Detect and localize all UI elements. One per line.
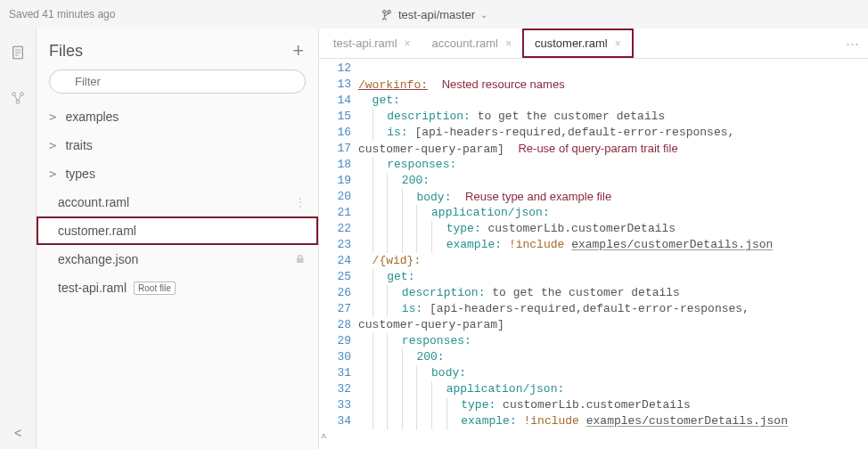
close-icon[interactable]: × bbox=[405, 37, 411, 50]
tab-customer[interactable]: customer.raml× bbox=[522, 29, 634, 58]
git-branch-icon bbox=[381, 8, 393, 20]
tab-overflow-icon[interactable]: ⋯ bbox=[846, 36, 861, 52]
line-gutter: 1213141516171819202122232425262728293031… bbox=[319, 59, 358, 449]
editor-pane: test-api.raml× account.raml× customer.ra… bbox=[319, 29, 868, 449]
dependencies-icon[interactable] bbox=[10, 90, 26, 109]
file-exchange-json[interactable]: exchange.json 🔒︎ bbox=[37, 245, 318, 273]
folder-types[interactable]: types bbox=[37, 159, 318, 188]
tab-test-api[interactable]: test-api.raml× bbox=[323, 29, 422, 58]
code-editor[interactable]: 1213141516171819202122232425262728293031… bbox=[319, 59, 868, 449]
root-file-badge: Root file bbox=[134, 282, 176, 295]
collapse-rail-icon[interactable]: < bbox=[14, 426, 21, 440]
file-customer-raml[interactable]: customer.raml bbox=[37, 216, 318, 245]
branch-selector[interactable]: test-api/master ⌄ bbox=[381, 8, 487, 21]
svg-point-4 bbox=[12, 93, 16, 96]
file-tree: examples traits types account.raml ⋮ cus… bbox=[37, 99, 318, 306]
folder-examples[interactable]: examples bbox=[37, 102, 318, 131]
close-icon[interactable]: × bbox=[505, 37, 512, 50]
filter-input[interactable] bbox=[49, 69, 306, 94]
add-file-icon[interactable]: + bbox=[292, 41, 304, 61]
chevron-down-icon: ⌄ bbox=[480, 10, 487, 20]
sidebar-title: Files bbox=[49, 42, 83, 61]
close-icon[interactable]: × bbox=[615, 37, 621, 50]
file-more-icon[interactable]: ⋮ bbox=[294, 195, 306, 209]
fold-caret-icon[interactable]: ^ bbox=[321, 429, 327, 445]
file-account-raml[interactable]: account.raml ⋮ bbox=[37, 188, 318, 216]
files-sidebar: Files + ⌕ examples traits types account.… bbox=[36, 29, 319, 449]
document-icon[interactable] bbox=[10, 45, 26, 63]
lock-icon: 🔒︎ bbox=[295, 253, 306, 265]
svg-point-6 bbox=[16, 101, 20, 104]
editor-tabs: test-api.raml× account.raml× customer.ra… bbox=[319, 29, 868, 59]
top-bar: Saved 41 minutes ago test-api/master ⌄ bbox=[0, 0, 868, 29]
branch-label: test-api/master bbox=[398, 8, 475, 21]
saved-status: Saved 41 minutes ago bbox=[9, 8, 115, 20]
svg-point-5 bbox=[20, 93, 24, 96]
left-icon-rail: < bbox=[0, 29, 36, 449]
file-test-api-raml[interactable]: test-api.raml Root file bbox=[37, 273, 318, 302]
code-content[interactable]: /workinfo: Nested resource names get: de… bbox=[358, 59, 868, 449]
tab-account[interactable]: account.raml× bbox=[422, 29, 522, 58]
folder-traits[interactable]: traits bbox=[37, 131, 318, 159]
